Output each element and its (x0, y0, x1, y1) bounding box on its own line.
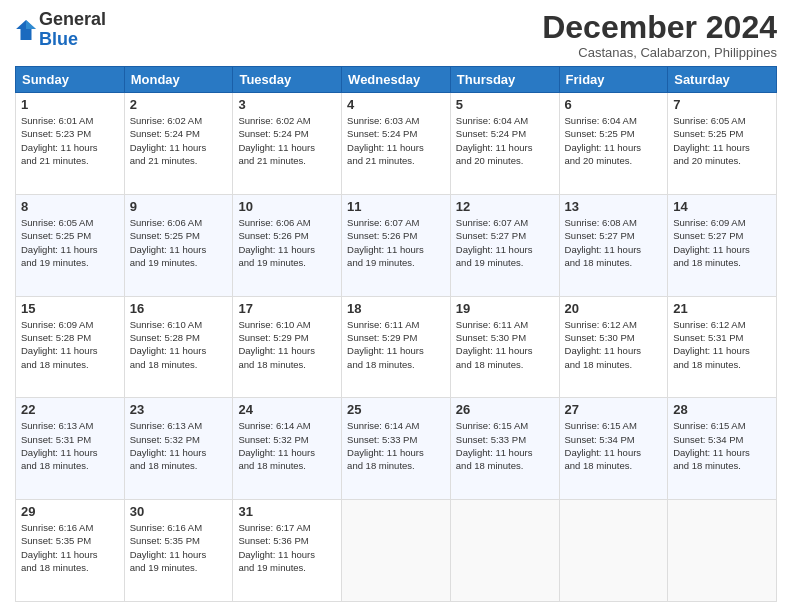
day-info: Sunrise: 6:12 AM Sunset: 5:30 PM Dayligh… (565, 318, 663, 371)
day-cell: 31Sunrise: 6:17 AM Sunset: 5:36 PM Dayli… (233, 500, 342, 602)
day-info: Sunrise: 6:09 AM Sunset: 5:27 PM Dayligh… (673, 216, 771, 269)
location: Castanas, Calabarzon, Philippines (542, 45, 777, 60)
day-cell: 15Sunrise: 6:09 AM Sunset: 5:28 PM Dayli… (16, 296, 125, 398)
calendar-table: Sunday Monday Tuesday Wednesday Thursday… (15, 66, 777, 602)
title-section: December 2024 Castanas, Calabarzon, Phil… (542, 10, 777, 60)
day-cell: 7Sunrise: 6:05 AM Sunset: 5:25 PM Daylig… (668, 93, 777, 195)
day-number: 21 (673, 301, 771, 316)
day-info: Sunrise: 6:14 AM Sunset: 5:33 PM Dayligh… (347, 419, 445, 472)
day-info: Sunrise: 6:01 AM Sunset: 5:23 PM Dayligh… (21, 114, 119, 167)
logo-general: General (39, 9, 106, 29)
header-friday: Friday (559, 67, 668, 93)
day-number: 20 (565, 301, 663, 316)
day-number: 3 (238, 97, 336, 112)
day-info: Sunrise: 6:16 AM Sunset: 5:35 PM Dayligh… (21, 521, 119, 574)
day-cell: 26Sunrise: 6:15 AM Sunset: 5:33 PM Dayli… (450, 398, 559, 500)
day-info: Sunrise: 6:11 AM Sunset: 5:30 PM Dayligh… (456, 318, 554, 371)
day-cell: 20Sunrise: 6:12 AM Sunset: 5:30 PM Dayli… (559, 296, 668, 398)
day-info: Sunrise: 6:07 AM Sunset: 5:26 PM Dayligh… (347, 216, 445, 269)
day-number: 4 (347, 97, 445, 112)
day-cell: 6Sunrise: 6:04 AM Sunset: 5:25 PM Daylig… (559, 93, 668, 195)
day-cell: 28Sunrise: 6:15 AM Sunset: 5:34 PM Dayli… (668, 398, 777, 500)
day-cell: 23Sunrise: 6:13 AM Sunset: 5:32 PM Dayli… (124, 398, 233, 500)
day-info: Sunrise: 6:13 AM Sunset: 5:31 PM Dayligh… (21, 419, 119, 472)
day-number: 15 (21, 301, 119, 316)
day-number: 25 (347, 402, 445, 417)
day-info: Sunrise: 6:05 AM Sunset: 5:25 PM Dayligh… (21, 216, 119, 269)
day-cell: 12Sunrise: 6:07 AM Sunset: 5:27 PM Dayli… (450, 194, 559, 296)
day-cell: 16Sunrise: 6:10 AM Sunset: 5:28 PM Dayli… (124, 296, 233, 398)
svg-marker-1 (26, 20, 36, 29)
day-cell: 10Sunrise: 6:06 AM Sunset: 5:26 PM Dayli… (233, 194, 342, 296)
day-info: Sunrise: 6:16 AM Sunset: 5:35 PM Dayligh… (130, 521, 228, 574)
day-info: Sunrise: 6:17 AM Sunset: 5:36 PM Dayligh… (238, 521, 336, 574)
day-number: 5 (456, 97, 554, 112)
day-info: Sunrise: 6:09 AM Sunset: 5:28 PM Dayligh… (21, 318, 119, 371)
week-row-2: 8Sunrise: 6:05 AM Sunset: 5:25 PM Daylig… (16, 194, 777, 296)
day-cell: 11Sunrise: 6:07 AM Sunset: 5:26 PM Dayli… (342, 194, 451, 296)
day-number: 12 (456, 199, 554, 214)
day-cell: 24Sunrise: 6:14 AM Sunset: 5:32 PM Dayli… (233, 398, 342, 500)
day-cell (559, 500, 668, 602)
day-number: 11 (347, 199, 445, 214)
day-cell (668, 500, 777, 602)
day-cell: 29Sunrise: 6:16 AM Sunset: 5:35 PM Dayli… (16, 500, 125, 602)
day-number: 2 (130, 97, 228, 112)
day-cell: 1Sunrise: 6:01 AM Sunset: 5:23 PM Daylig… (16, 93, 125, 195)
day-cell: 25Sunrise: 6:14 AM Sunset: 5:33 PM Dayli… (342, 398, 451, 500)
week-row-5: 29Sunrise: 6:16 AM Sunset: 5:35 PM Dayli… (16, 500, 777, 602)
day-number: 31 (238, 504, 336, 519)
day-number: 27 (565, 402, 663, 417)
day-cell: 27Sunrise: 6:15 AM Sunset: 5:34 PM Dayli… (559, 398, 668, 500)
day-number: 18 (347, 301, 445, 316)
header-sunday: Sunday (16, 67, 125, 93)
week-row-1: 1Sunrise: 6:01 AM Sunset: 5:23 PM Daylig… (16, 93, 777, 195)
day-info: Sunrise: 6:05 AM Sunset: 5:25 PM Dayligh… (673, 114, 771, 167)
day-info: Sunrise: 6:06 AM Sunset: 5:25 PM Dayligh… (130, 216, 228, 269)
day-info: Sunrise: 6:06 AM Sunset: 5:26 PM Dayligh… (238, 216, 336, 269)
day-info: Sunrise: 6:04 AM Sunset: 5:24 PM Dayligh… (456, 114, 554, 167)
day-number: 10 (238, 199, 336, 214)
day-number: 16 (130, 301, 228, 316)
day-info: Sunrise: 6:02 AM Sunset: 5:24 PM Dayligh… (238, 114, 336, 167)
day-cell: 9Sunrise: 6:06 AM Sunset: 5:25 PM Daylig… (124, 194, 233, 296)
day-info: Sunrise: 6:15 AM Sunset: 5:33 PM Dayligh… (456, 419, 554, 472)
day-info: Sunrise: 6:12 AM Sunset: 5:31 PM Dayligh… (673, 318, 771, 371)
day-info: Sunrise: 6:15 AM Sunset: 5:34 PM Dayligh… (673, 419, 771, 472)
day-number: 6 (565, 97, 663, 112)
logo: General Blue (15, 10, 106, 50)
day-cell: 18Sunrise: 6:11 AM Sunset: 5:29 PM Dayli… (342, 296, 451, 398)
day-info: Sunrise: 6:10 AM Sunset: 5:29 PM Dayligh… (238, 318, 336, 371)
month-title: December 2024 (542, 10, 777, 45)
header-saturday: Saturday (668, 67, 777, 93)
day-number: 23 (130, 402, 228, 417)
header-row: Sunday Monday Tuesday Wednesday Thursday… (16, 67, 777, 93)
header-monday: Monday (124, 67, 233, 93)
day-cell: 8Sunrise: 6:05 AM Sunset: 5:25 PM Daylig… (16, 194, 125, 296)
day-number: 13 (565, 199, 663, 214)
day-cell: 13Sunrise: 6:08 AM Sunset: 5:27 PM Dayli… (559, 194, 668, 296)
day-info: Sunrise: 6:11 AM Sunset: 5:29 PM Dayligh… (347, 318, 445, 371)
day-number: 7 (673, 97, 771, 112)
day-info: Sunrise: 6:13 AM Sunset: 5:32 PM Dayligh… (130, 419, 228, 472)
day-cell: 17Sunrise: 6:10 AM Sunset: 5:29 PM Dayli… (233, 296, 342, 398)
day-number: 26 (456, 402, 554, 417)
header-tuesday: Tuesday (233, 67, 342, 93)
day-number: 28 (673, 402, 771, 417)
day-info: Sunrise: 6:15 AM Sunset: 5:34 PM Dayligh… (565, 419, 663, 472)
day-info: Sunrise: 6:08 AM Sunset: 5:27 PM Dayligh… (565, 216, 663, 269)
day-number: 30 (130, 504, 228, 519)
day-info: Sunrise: 6:04 AM Sunset: 5:25 PM Dayligh… (565, 114, 663, 167)
page: General Blue December 2024 Castanas, Cal… (0, 0, 792, 612)
logo-blue: Blue (39, 29, 78, 49)
day-number: 8 (21, 199, 119, 214)
day-cell: 4Sunrise: 6:03 AM Sunset: 5:24 PM Daylig… (342, 93, 451, 195)
day-number: 19 (456, 301, 554, 316)
day-info: Sunrise: 6:03 AM Sunset: 5:24 PM Dayligh… (347, 114, 445, 167)
day-number: 24 (238, 402, 336, 417)
logo-icon (15, 19, 37, 41)
day-cell: 22Sunrise: 6:13 AM Sunset: 5:31 PM Dayli… (16, 398, 125, 500)
header-wednesday: Wednesday (342, 67, 451, 93)
day-number: 1 (21, 97, 119, 112)
logo-text: General Blue (39, 10, 106, 50)
